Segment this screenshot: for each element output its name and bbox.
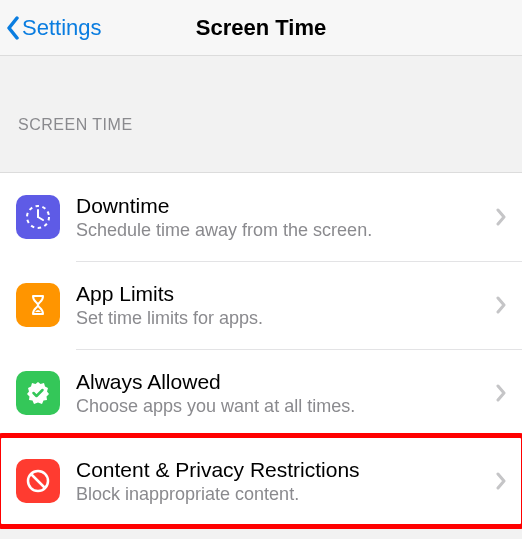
row-text: App Limits Set time limits for apps. xyxy=(76,281,492,330)
chevron-right-icon xyxy=(496,472,506,490)
clock-icon xyxy=(16,195,60,239)
settings-group: Downtime Schedule time away from the scr… xyxy=(0,172,522,526)
page-title: Screen Time xyxy=(196,15,326,41)
row-text: Content & Privacy Restrictions Block ina… xyxy=(76,457,492,506)
nav-bar: Settings Screen Time xyxy=(0,0,522,56)
row-subtitle: Schedule time away from the screen. xyxy=(76,220,492,242)
chevron-left-icon xyxy=(6,16,20,40)
check-seal-icon xyxy=(16,371,60,415)
row-text: Always Allowed Choose apps you want at a… xyxy=(76,369,492,418)
svg-line-4 xyxy=(32,475,45,488)
row-title: App Limits xyxy=(76,281,492,306)
chevron-right-icon xyxy=(496,384,506,402)
row-subtitle: Block inappropriate content. xyxy=(76,484,492,506)
row-text: Downtime Schedule time away from the scr… xyxy=(76,193,492,242)
row-app-limits[interactable]: App Limits Set time limits for apps. xyxy=(0,261,522,349)
hourglass-icon xyxy=(16,283,60,327)
back-label: Settings xyxy=(22,15,102,41)
row-title: Content & Privacy Restrictions xyxy=(76,457,492,482)
row-subtitle: Choose apps you want at all times. xyxy=(76,396,492,418)
chevron-right-icon xyxy=(496,208,506,226)
chevron-right-icon xyxy=(496,296,506,314)
section-header: SCREEN TIME xyxy=(0,56,522,142)
row-title: Always Allowed xyxy=(76,369,492,394)
row-always-allowed[interactable]: Always Allowed Choose apps you want at a… xyxy=(0,349,522,437)
no-entry-icon xyxy=(16,459,60,503)
row-title: Downtime xyxy=(76,193,492,218)
row-subtitle: Set time limits for apps. xyxy=(76,308,492,330)
svg-line-2 xyxy=(38,217,43,220)
row-downtime[interactable]: Downtime Schedule time away from the scr… xyxy=(0,173,522,261)
row-content-privacy[interactable]: Content & Privacy Restrictions Block ina… xyxy=(0,437,522,525)
back-button[interactable]: Settings xyxy=(0,15,102,41)
